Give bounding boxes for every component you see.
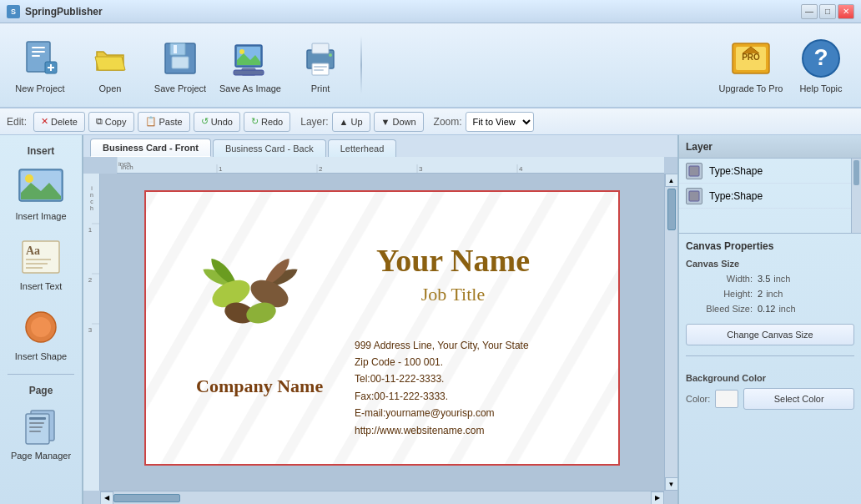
undo-icon: ↺ xyxy=(201,116,209,127)
scroll-thumb-h[interactable] xyxy=(113,494,180,502)
svg-rect-15 xyxy=(234,70,264,75)
scroll-thumb-v[interactable] xyxy=(667,189,676,230)
new-project-icon xyxy=(18,37,62,80)
layer-list-scrollbar[interactable] xyxy=(851,159,861,233)
page-manager-icon xyxy=(16,406,66,447)
print-icon xyxy=(299,37,342,80)
svg-text:2: 2 xyxy=(319,165,323,173)
down-button[interactable]: ▼ Down xyxy=(374,112,424,132)
save-image-icon xyxy=(229,37,272,80)
address-line2: Zip Code - 100 001. xyxy=(355,354,529,370)
svg-point-29 xyxy=(25,174,33,183)
right-panel: Layer Type:Shape Type:Shape Ca xyxy=(677,135,861,504)
help-label: Help Topic xyxy=(799,83,842,93)
scrollbar-horizontal[interactable]: ◀ ▶ xyxy=(100,491,664,504)
app-icon: S xyxy=(7,5,20,18)
maximize-button[interactable]: □ xyxy=(819,4,836,19)
select-color-label: Select Color xyxy=(774,394,824,404)
canvas-props-title: Canvas Properties xyxy=(686,240,854,252)
insert-image-item[interactable]: Insert Image xyxy=(4,160,78,227)
insert-shape-item[interactable]: Insert Shape xyxy=(4,300,78,367)
svg-point-21 xyxy=(329,53,332,57)
layer-title: Layer xyxy=(686,141,712,153)
business-card[interactable]: Company Name Your Name Job Title 999 A xyxy=(144,190,620,466)
canvas-work-area[interactable]: Company Name Your Name Job Title 999 A xyxy=(100,174,664,491)
svg-text:2: 2 xyxy=(88,276,92,284)
delete-button[interactable]: ✕ Delete xyxy=(33,112,85,132)
svg-text:h: h xyxy=(90,205,93,211)
zoom-select[interactable]: Fit to View 50% 75% 100% 150% 200% xyxy=(466,112,534,132)
svg-text:3: 3 xyxy=(419,165,423,173)
redo-icon: ↻ xyxy=(251,116,259,127)
insert-shape-icon xyxy=(16,306,66,348)
svg-text:Aa: Aa xyxy=(26,244,40,257)
svg-text:inch: inch xyxy=(118,160,131,168)
layer-item-label-2: Type:Shape xyxy=(709,190,763,202)
insert-text-icon: Aa xyxy=(16,236,66,278)
scrollbar-vertical[interactable]: ▲ ▼ xyxy=(664,174,677,491)
sidebar-divider xyxy=(8,374,74,375)
new-project-button[interactable]: New Project xyxy=(7,28,73,102)
up-button[interactable]: ▲ Up xyxy=(332,112,370,132)
print-label: Print xyxy=(311,83,330,93)
svg-rect-3 xyxy=(32,55,40,57)
close-button[interactable]: ✕ xyxy=(838,4,854,19)
svg-text:c: c xyxy=(90,199,93,204)
bleed-row: Bleed Size: 0.12 inch xyxy=(686,304,854,314)
canvas-size-title: Canvas Size xyxy=(686,259,854,269)
help-button[interactable]: ? Help Topic xyxy=(788,28,854,102)
svg-rect-42 xyxy=(29,431,41,432)
save-project-label: Save Project xyxy=(154,83,206,93)
copy-button[interactable]: ⧉ Copy xyxy=(88,112,134,132)
open-label: Open xyxy=(99,83,122,93)
layer-item-2[interactable]: Type:Shape xyxy=(679,184,861,209)
minimize-button[interactable]: — xyxy=(801,4,818,19)
svg-rect-39 xyxy=(29,417,46,420)
svg-text:4: 4 xyxy=(519,165,523,173)
svg-text:n: n xyxy=(90,192,93,198)
svg-text:1: 1 xyxy=(219,165,223,173)
shape-icon-2 xyxy=(687,189,701,203)
width-label: Width: xyxy=(686,274,753,284)
scroll-down-arrow[interactable]: ▼ xyxy=(665,477,678,491)
canvas-content: inch inch 1 2 3 4 xyxy=(83,157,677,504)
insert-text-label: Insert Text xyxy=(20,281,63,291)
scroll-up-arrow[interactable]: ▲ xyxy=(665,174,678,187)
ruler-left: i n c h 1 2 3 xyxy=(83,174,100,491)
save-project-icon xyxy=(159,37,202,80)
paste-button[interactable]: 📋 Paste xyxy=(138,112,190,132)
layer-item-1[interactable]: Type:Shape xyxy=(679,159,861,184)
height-label: Height: xyxy=(686,289,753,299)
scroll-right-arrow[interactable]: ▶ xyxy=(651,491,664,505)
fax: Fax:00-11-222-3333. xyxy=(355,388,529,405)
layer-shape-icon-1 xyxy=(686,163,702,179)
zoom-label: Zoom: xyxy=(434,116,462,128)
change-canvas-button[interactable]: Change Canvas Size xyxy=(686,324,854,345)
scroll-left-arrow[interactable]: ◀ xyxy=(100,491,113,505)
open-button[interactable]: Open xyxy=(77,28,144,102)
canvas-props-section: Canvas Properties Canvas Size Width: 3.5… xyxy=(679,234,861,366)
tab-business-card-front[interactable]: Business Card - Front xyxy=(90,139,211,157)
select-color-button[interactable]: Select Color xyxy=(743,388,854,410)
app-title: SpringPublisher xyxy=(25,6,103,18)
redo-button[interactable]: ↻ Redo xyxy=(244,112,290,132)
tab-business-card-back[interactable]: Business Card - Back xyxy=(213,139,326,157)
save-as-image-button[interactable]: Save As Image xyxy=(217,28,284,102)
undo-button[interactable]: ↺ Undo xyxy=(194,112,240,132)
edit-bar: Edit: ✕ Delete ⧉ Copy 📋 Paste ↺ Undo ↻ R… xyxy=(0,108,861,135)
bleed-label: Bleed Size: xyxy=(686,304,753,314)
save-project-button[interactable]: Save Project xyxy=(147,28,214,102)
tab-letterhead[interactable]: Letterhead xyxy=(328,139,397,157)
page-manager-item[interactable]: Page Manager xyxy=(4,400,78,466)
page-manager-label: Page Manager xyxy=(11,451,71,461)
svg-rect-41 xyxy=(29,426,43,428)
right-toolbar: PRO Upgrade To Pro ? Help Topic xyxy=(718,28,854,102)
layer-scroll-thumb[interactable] xyxy=(853,160,859,185)
svg-rect-70 xyxy=(689,166,699,176)
upgrade-button[interactable]: PRO Upgrade To Pro xyxy=(718,28,784,102)
company-name: Company Name xyxy=(196,375,323,397)
print-button[interactable]: Print xyxy=(287,28,354,102)
insert-text-item[interactable]: Aa Insert Text xyxy=(4,230,78,297)
layer-panel-header: Layer xyxy=(679,135,861,159)
props-divider xyxy=(686,355,854,356)
